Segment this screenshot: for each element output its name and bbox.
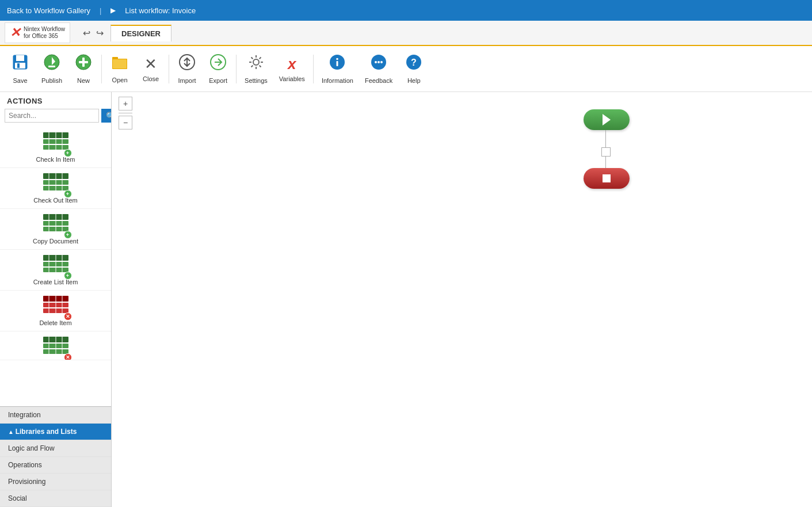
- workflow-start-node[interactable]: [584, 109, 630, 130]
- category-integration[interactable]: Integration: [0, 407, 111, 424]
- partial-icon-area: ✕: [43, 337, 68, 358]
- open-icon: [111, 54, 128, 74]
- variables-icon: x: [288, 55, 296, 73]
- logo-box: ✕ Nintex Workflow for Office 365: [5, 22, 70, 43]
- create-list-item-label: Create List Item: [33, 279, 78, 285]
- check-in-item-icon-area: +: [43, 133, 68, 154]
- export-icon: [209, 54, 227, 75]
- category-provisioning[interactable]: Provisioning: [0, 474, 111, 490]
- logo-x-icon: ✕: [10, 25, 20, 40]
- search-input[interactable]: [5, 109, 99, 123]
- svg-rect-3: [17, 63, 20, 68]
- create-list-item-badge: +: [64, 272, 72, 280]
- category-bar: Integration Libraries and Lists Logic an…: [0, 406, 111, 507]
- publish-label: Publish: [41, 77, 62, 84]
- variables-button[interactable]: x Variables: [273, 48, 311, 90]
- information-icon: [329, 54, 346, 75]
- search-button[interactable]: 🔍: [101, 109, 112, 123]
- svg-point-20: [375, 61, 377, 63]
- partial-badge: ✕: [64, 353, 72, 361]
- help-button[interactable]: ? Help: [398, 48, 429, 90]
- help-icon: ?: [405, 54, 422, 75]
- svg-point-21: [378, 61, 380, 63]
- logo-text: Nintex Workflow for Office 365: [24, 26, 65, 40]
- toolbar: Save Publish New: [0, 46, 812, 92]
- feedback-label: Feedback: [365, 77, 392, 84]
- close-label: Close: [143, 75, 159, 82]
- svg-point-15: [253, 59, 259, 65]
- export-button[interactable]: Export: [203, 48, 234, 90]
- action-copy-document[interactable]: + Copy Document: [0, 209, 111, 250]
- top-bar: Back to Workflow Gallery | ▶ List workfl…: [0, 0, 812, 21]
- open-button[interactable]: Open: [104, 48, 135, 90]
- designer-tab[interactable]: DESIGNER: [110, 25, 171, 41]
- main-area: ACTIONS 🔍: [0, 92, 812, 507]
- toolbar-separator-4: [313, 55, 314, 83]
- create-list-item-icon-wrapper: +: [43, 255, 68, 277]
- category-libraries-and-lists[interactable]: Libraries and Lists: [0, 424, 111, 440]
- settings-icon: [247, 54, 265, 75]
- toolbar-separator-3: [236, 55, 237, 83]
- action-create-list-item[interactable]: + Create List Item: [0, 250, 111, 291]
- settings-label: Settings: [245, 77, 268, 84]
- workflow-title: List workflow: Invoice: [125, 6, 196, 15]
- check-out-item-icon-area: +: [43, 174, 68, 195]
- actions-header: ACTIONS: [0, 92, 111, 109]
- new-button[interactable]: New: [68, 48, 99, 90]
- check-in-item-label: Check In Item: [36, 156, 75, 163]
- close-button[interactable]: ✕ Close: [135, 48, 166, 90]
- svg-rect-1: [16, 55, 24, 61]
- svg-rect-9: [79, 61, 88, 63]
- actions-list: + Check In Item: [0, 127, 111, 406]
- close-icon: ✕: [144, 55, 157, 73]
- feedback-icon: [370, 54, 387, 75]
- delete-item-badge: ✕: [64, 312, 72, 321]
- save-button[interactable]: Save: [5, 48, 36, 90]
- search-bar: 🔍: [0, 109, 111, 127]
- connector-square: [601, 147, 611, 157]
- publish-icon: [43, 54, 60, 75]
- workflow-canvas[interactable]: + −: [112, 92, 812, 507]
- end-square-icon: [603, 174, 611, 182]
- redo-button[interactable]: ↪: [94, 26, 106, 40]
- copy-document-icon-wrapper: +: [43, 214, 68, 237]
- open-label: Open: [112, 77, 128, 83]
- import-button[interactable]: Import: [171, 48, 203, 90]
- feedback-button[interactable]: Feedback: [359, 48, 398, 90]
- category-social[interactable]: Social: [0, 490, 111, 507]
- copy-document-badge: +: [64, 231, 72, 239]
- copy-document-label: Copy Document: [33, 238, 78, 245]
- workflow-end-node[interactable]: [584, 168, 630, 189]
- back-label: Back to Workflow Gallery: [7, 6, 90, 15]
- new-icon: [75, 54, 92, 75]
- connector-line-2: [605, 157, 606, 168]
- action-check-out-item[interactable]: + Check Out Item: [0, 168, 111, 209]
- zoom-controls: + −: [119, 97, 132, 129]
- action-delete-item[interactable]: ✕ Delete Item: [0, 291, 111, 331]
- svg-rect-2: [15, 63, 25, 68]
- check-out-badge: +: [64, 190, 72, 198]
- information-button[interactable]: Information: [316, 48, 359, 90]
- delete-item-icon-wrapper: ✕: [43, 296, 68, 318]
- category-logic-and-flow[interactable]: Logic and Flow: [0, 440, 111, 457]
- settings-button[interactable]: Settings: [239, 48, 273, 90]
- action-partial-item[interactable]: ✕: [0, 331, 111, 360]
- connector-line-1: [605, 130, 606, 147]
- save-icon: [12, 54, 29, 75]
- zoom-in-button[interactable]: +: [119, 97, 132, 110]
- copy-document-icon-area: +: [43, 215, 68, 235]
- import-icon: [178, 54, 196, 75]
- partial-icon-wrapper: ✕: [43, 337, 68, 359]
- publish-button[interactable]: Publish: [36, 48, 68, 90]
- svg-rect-17: [337, 61, 338, 66]
- check-out-item-icon-wrapper: +: [43, 173, 68, 196]
- delete-item-label: Delete Item: [39, 319, 71, 326]
- back-to-gallery-link[interactable]: Back to Workflow Gallery: [7, 6, 90, 15]
- start-arrow-icon: [603, 114, 611, 125]
- information-label: Information: [322, 77, 353, 84]
- action-check-in-item[interactable]: + Check In Item: [0, 127, 111, 168]
- category-operations[interactable]: Operations: [0, 457, 111, 474]
- undo-button[interactable]: ↩: [81, 26, 93, 40]
- sidebar: ACTIONS 🔍: [0, 92, 112, 507]
- zoom-out-button[interactable]: −: [119, 116, 132, 129]
